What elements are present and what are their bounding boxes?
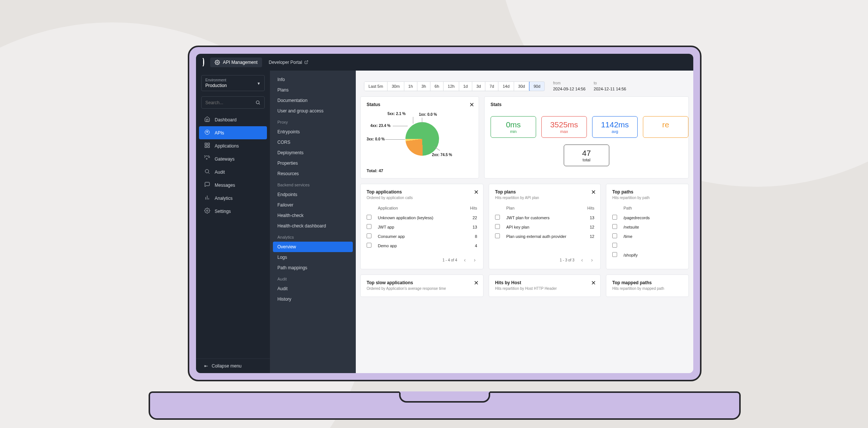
close-icon[interactable]: ✕ [591, 189, 596, 196]
time-range-option[interactable]: 14d [498, 82, 514, 91]
subnav-item-health-check-dashboard[interactable]: Health-check dashboard [270, 221, 356, 231]
subnav-item-failover[interactable]: Failover [270, 200, 356, 210]
checkbox[interactable] [612, 224, 617, 229]
collapse-menu-button[interactable]: ⇤ Collapse menu [196, 359, 270, 373]
subnav-item-entrypoints[interactable]: Entrypoints [270, 127, 356, 137]
time-range-option[interactable]: 7d [485, 82, 498, 91]
time-range-option[interactable]: 30d [514, 82, 529, 91]
row-hits: 13 [579, 215, 594, 220]
subnav-item-logs[interactable]: Logs [270, 252, 356, 263]
checkbox[interactable] [612, 215, 617, 220]
svg-point-10 [206, 158, 207, 159]
sidebar-item-gateways[interactable]: Gateways [196, 152, 270, 165]
time-range-option[interactable]: 90d [529, 81, 545, 91]
sidebar-item-apis[interactable]: APIs [199, 126, 267, 139]
table-row[interactable]: JWT app13 [367, 222, 477, 232]
dashboard-icon [204, 116, 210, 123]
table-row[interactable]: JWT plan for customers13 [495, 213, 594, 222]
table-row[interactable]: /netsuite [612, 222, 682, 232]
subnav-item-audit[interactable]: Audit [270, 283, 356, 294]
card-title: Stats [491, 102, 682, 107]
stat-value: 0ms [499, 120, 528, 129]
time-range-option[interactable]: 3d [472, 82, 485, 91]
table-row[interactable]: Consumer app8 [367, 232, 477, 241]
pager-next-button[interactable]: › [589, 256, 594, 264]
table-row[interactable]: Plan using external auth provider12 [495, 232, 594, 241]
environment-selector[interactable]: Environment Production ▼ [201, 75, 265, 91]
col-name: Application [378, 206, 462, 210]
row-name: /time [623, 234, 682, 239]
subnav-item-properties[interactable]: Properties [270, 158, 356, 168]
checkbox[interactable] [495, 233, 500, 238]
to-datetime[interactable]: to 2024-12-11 14:56 [594, 81, 626, 91]
time-range-option[interactable]: 1d [459, 82, 472, 91]
time-range-option[interactable]: 30m [388, 82, 404, 91]
svg-point-11 [205, 170, 209, 173]
card-subtitle: Hits repartition by mapped path [612, 286, 682, 291]
table-row[interactable]: Demo app4 [367, 241, 477, 250]
sidebar-item-dashboard[interactable]: Dashboard [196, 113, 270, 126]
checkbox[interactable] [612, 233, 617, 238]
row-hits: 4 [462, 244, 477, 248]
search-input-wrapper[interactable] [201, 96, 265, 109]
hits-by-host-card: ✕ Hits by Host Hits repartition by Host … [489, 275, 601, 297]
sidebar-item-settings[interactable]: Settings [196, 205, 270, 218]
table-row[interactable] [612, 241, 682, 250]
checkbox[interactable] [612, 243, 617, 248]
checkbox[interactable] [495, 224, 500, 229]
checkbox[interactable] [612, 252, 617, 257]
pie-leader-line [385, 139, 405, 140]
pager-next-button[interactable]: › [472, 256, 477, 264]
developer-portal-link[interactable]: Developer Portal [269, 60, 308, 65]
subnav-item-cors[interactable]: CORS [270, 137, 356, 148]
stat-sublabel: max [550, 129, 578, 134]
checkbox[interactable] [367, 215, 371, 220]
subnav-item-endpoints[interactable]: Endpoints [270, 189, 356, 200]
product-switcher[interactable]: API Management [210, 58, 262, 67]
subnav-item-history[interactable]: History [270, 294, 356, 304]
svg-rect-6 [205, 143, 207, 145]
checkbox[interactable] [367, 243, 371, 248]
close-icon[interactable]: ✕ [474, 279, 479, 286]
sidebar-item-audit[interactable]: Audit [196, 165, 270, 179]
card-subtitle: Hits repartition by path [612, 196, 682, 200]
top-plans-card: ✕ Top plans Hits repartition by API plan… [489, 184, 601, 269]
search-input[interactable] [205, 100, 255, 105]
checkbox[interactable] [495, 215, 500, 220]
pager-prev-button[interactable]: ‹ [580, 256, 585, 264]
sidebar-item-applications[interactable]: Applications [196, 139, 270, 152]
time-range-option[interactable]: Last 5m [364, 82, 388, 91]
close-icon[interactable]: ✕ [469, 101, 474, 108]
from-datetime[interactable]: from 2024-09-12 14:56 [553, 81, 585, 91]
sidebar-item-label: Gateways [215, 156, 234, 162]
subnav-item-path-mappings[interactable]: Path mappings [270, 263, 356, 273]
table-row[interactable]: Unknown application (keyless)22 [367, 213, 477, 222]
subnav-item-info[interactable]: Info [270, 74, 356, 85]
environment-value: Production [205, 83, 261, 88]
sidebar-item-messages[interactable]: Messages [196, 179, 270, 192]
subnav-item-resources[interactable]: Resources [270, 168, 356, 179]
time-range-option[interactable]: 1h [404, 82, 417, 91]
svg-point-5 [207, 132, 208, 133]
subnav-item-plans[interactable]: Plans [270, 85, 356, 95]
subnav-item-health-check[interactable]: Health-check [270, 210, 356, 221]
row-name: Unknown application (keyless) [378, 215, 462, 220]
sidebar-item-analytics[interactable]: Analytics [196, 192, 270, 205]
time-range-option[interactable]: 12h [444, 82, 459, 91]
checkbox[interactable] [367, 224, 371, 229]
pager-prev-button[interactable]: ‹ [463, 256, 467, 264]
row-name: API key plan [506, 225, 579, 229]
subnav-item-documentation[interactable]: Documentation [270, 95, 356, 106]
time-range-option[interactable]: 3h [417, 82, 430, 91]
time-range-option[interactable]: 6h [430, 82, 444, 91]
close-icon[interactable]: ✕ [474, 189, 479, 196]
close-icon[interactable]: ✕ [591, 279, 596, 286]
checkbox[interactable] [367, 233, 371, 238]
subnav-item-deployments[interactable]: Deployments [270, 148, 356, 158]
subnav-item-user-and-group-access[interactable]: User and group access [270, 106, 356, 116]
subnav-item-overview[interactable]: Overview [273, 242, 353, 252]
table-row[interactable]: /pagedrecords [612, 213, 682, 222]
table-row[interactable]: /time [612, 232, 682, 241]
table-row[interactable]: /shopify [612, 250, 682, 260]
table-row[interactable]: API key plan12 [495, 222, 594, 232]
